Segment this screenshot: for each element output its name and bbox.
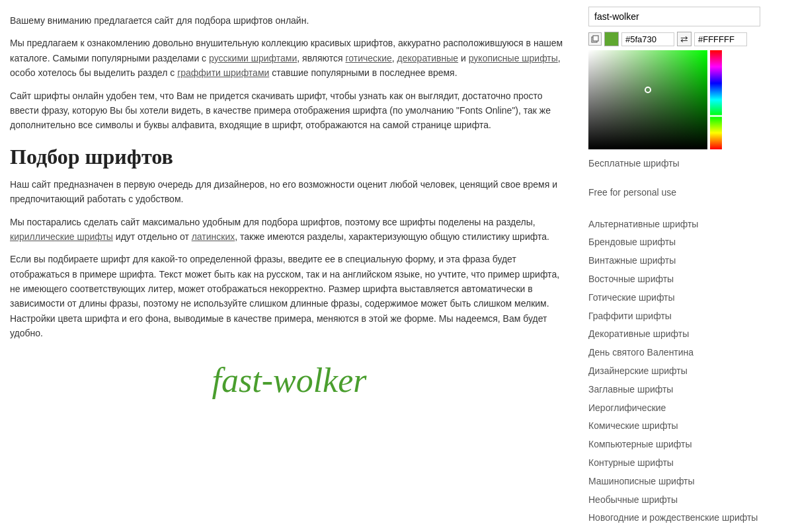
link-cat-0[interactable]: Альтернативные шрифты [588, 215, 760, 234]
link-cat-5[interactable]: Граффити шрифты [588, 307, 760, 326]
link-cat-3[interactable]: Восточные шрифты [588, 270, 760, 289]
link-cat-13[interactable]: Контурные шрифты [588, 454, 760, 473]
link-cat-6[interactable]: Декоративные шрифты [588, 325, 760, 344]
link-graffiti-fonts[interactable]: граффити шрифтами [177, 67, 269, 78]
color-controls-row: ⇄ [588, 32, 760, 46]
free-fonts-section: Бесплатные шрифты Free for personal use [588, 155, 760, 202]
color-picker[interactable] [588, 50, 760, 149]
color-swatch-fg[interactable] [604, 32, 619, 46]
picker-row [588, 50, 760, 149]
link-cyrillic-fonts[interactable]: кириллические шрифты [10, 231, 113, 242]
para5: Мы постарались сделать сайт максимально … [10, 215, 569, 245]
link-russian-fonts[interactable]: русскими шрифтами [209, 53, 297, 63]
font-preview: fast-wolker [10, 354, 569, 406]
sidebar-links: Бесплатные шрифты Free for personal use … [588, 155, 760, 527]
link-free-fonts[interactable]: Бесплатные шрифты [588, 155, 760, 173]
link-cat-11[interactable]: Комические шрифты [588, 417, 760, 436]
link-cat-16[interactable]: Новогодние и рождественские шрифты [588, 509, 760, 527]
main-heading: Подбор шрифтов [10, 145, 569, 169]
link-latin-fonts[interactable]: латинских [192, 231, 235, 242]
link-decorative-fonts[interactable]: декоративные [397, 53, 459, 63]
copy-svg [590, 34, 600, 44]
color-hex-input[interactable] [621, 32, 674, 46]
link-cat-7[interactable]: День святого Валентина [588, 344, 760, 362]
swap-colors-button[interactable]: ⇄ [677, 32, 692, 46]
hue-slider[interactable] [710, 50, 722, 149]
link-cat-8[interactable]: Дизайнерские шрифты [588, 362, 760, 381]
link-cat-4[interactable]: Готические шрифты [588, 289, 760, 307]
para4: Наш сайт предназначен в первую очередь д… [10, 177, 569, 207]
page-layout: Вашему вниманию предлагается сайт для по… [0, 0, 794, 532]
copy-icon[interactable] [588, 32, 602, 46]
link-cat-2[interactable]: Винтажные шрифты [588, 252, 760, 270]
link-free-personal[interactable]: Free for personal use [588, 184, 760, 202]
main-content: Вашему вниманию предлагается сайт для по… [0, 7, 582, 527]
link-cat-15[interactable]: Необычные шрифты [588, 491, 760, 510]
color-gradient-area[interactable] [588, 50, 707, 149]
link-gothic-fonts[interactable]: готические [345, 53, 391, 63]
intro-para2: Мы предлагаем к ознакомлению довольно вн… [10, 36, 569, 80]
link-cat-9[interactable]: Заглавные шрифты [588, 381, 760, 399]
link-cat-14[interactable]: Машинописные шрифты [588, 473, 760, 491]
para6: Если вы подбираете шрифт для какой-то оп… [10, 252, 569, 340]
svg-rect-1 [593, 36, 598, 41]
hue-indicator [710, 115, 722, 117]
intro-para3: Сайт шрифты онлайн удобен тем, что Вам н… [10, 89, 569, 133]
link-handwritten-fonts[interactable]: рукописные шрифты [469, 53, 558, 63]
search-section [588, 7, 760, 32]
link-cat-12[interactable]: Компьютерные шрифты [588, 436, 760, 454]
sidebar: ⇄ Бесплатные шрифты [582, 7, 767, 527]
link-cat-10[interactable]: Иероглифические [588, 399, 760, 418]
bg-hex-input[interactable] [694, 32, 747, 46]
search-input[interactable] [588, 7, 760, 26]
link-cat-1[interactable]: Брендовые шрифты [588, 233, 760, 252]
intro-para1: Вашему вниманию предлагается сайт для по… [10, 13, 569, 28]
